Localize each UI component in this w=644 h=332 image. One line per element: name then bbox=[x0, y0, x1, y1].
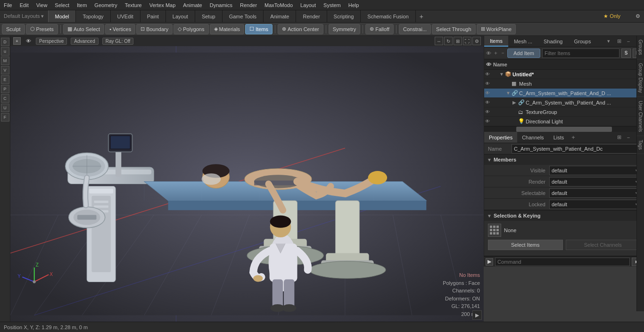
action-center-button[interactable]: ⊕ Action Center bbox=[278, 24, 323, 34]
item-eye-0[interactable]: 👁 bbox=[485, 72, 493, 77]
tab-star[interactable]: ★ Only bbox=[600, 12, 624, 21]
vtab-group-display[interactable]: Group Display bbox=[637, 59, 644, 97]
filter-items-input[interactable] bbox=[542, 49, 619, 58]
panel-tab-items[interactable]: Items bbox=[484, 36, 508, 47]
viewport-expand-button[interactable]: ▶ bbox=[472, 310, 482, 320]
select-through-button[interactable]: Select Through bbox=[432, 24, 475, 34]
vp-icon-zoom[interactable]: ⊞ bbox=[454, 37, 462, 45]
menu-file[interactable]: File bbox=[0, 1, 16, 9]
item-eye-5[interactable]: 👁 bbox=[485, 119, 493, 124]
sel-keying-header[interactable]: ▼ Selection & Keying bbox=[484, 211, 644, 221]
menu-animate[interactable]: Animate bbox=[179, 1, 206, 9]
panel-remove-icon[interactable]: － bbox=[500, 49, 505, 57]
members-header[interactable]: ▼ Members bbox=[484, 154, 644, 165]
item-eye-1[interactable]: 👁 bbox=[485, 81, 493, 86]
panel-collapse-icon[interactable]: − bbox=[624, 37, 633, 46]
vertices-button[interactable]: • Vertices bbox=[105, 24, 135, 34]
visible-dropdown[interactable]: default ▾ bbox=[549, 166, 640, 175]
advanced-btn[interactable]: Advanced bbox=[71, 38, 98, 45]
viewport[interactable]: ≡ 👁 Perspective Advanced Ray GL: Off ↔ ↻… bbox=[10, 36, 484, 322]
scene-3d[interactable]: X Y Z No Items Polygons : Face Channels:… bbox=[10, 46, 484, 322]
tab-gear[interactable]: ⚙ bbox=[632, 12, 644, 21]
left-tool-2[interactable]: M bbox=[1, 57, 9, 65]
command-input[interactable] bbox=[495, 258, 630, 266]
tab-setup[interactable]: Setup bbox=[195, 10, 223, 22]
props-icon-expand[interactable]: ⊞ bbox=[615, 133, 623, 142]
left-tool-4[interactable]: E bbox=[1, 75, 9, 84]
viewport-eye-icon[interactable]: 👁 bbox=[25, 37, 32, 45]
layout-dropdown[interactable]: Default Layouts ▾ bbox=[0, 13, 48, 19]
panel-eye-icon[interactable]: 👁 bbox=[486, 50, 491, 56]
item-row-carm-2[interactable]: 👁 ▶ 🔗 C_Arm_System_with_Patient_And ... bbox=[484, 98, 644, 107]
menu-geometry[interactable]: Geometry bbox=[91, 1, 121, 9]
select-channels-button[interactable]: Select Channels bbox=[566, 240, 641, 250]
panel-tab-arrow[interactable]: ▾ bbox=[604, 38, 613, 44]
tab-schematic-fusion[interactable]: Schematic Fusion bbox=[361, 10, 415, 22]
locked-dropdown[interactable]: default ▾ bbox=[549, 200, 640, 209]
auto-select-button[interactable]: ▦ Auto Select bbox=[63, 24, 104, 34]
item-row-texturegroup[interactable]: 👁 🗂 TextureGroup bbox=[484, 107, 644, 117]
tabs-plus[interactable]: + bbox=[416, 11, 427, 22]
tab-uvedit[interactable]: UVEdit bbox=[111, 10, 140, 22]
left-tool-7[interactable]: U bbox=[1, 104, 9, 112]
item-row-mesh[interactable]: 👁 ▦ Mesh bbox=[484, 79, 644, 89]
falloff-button[interactable]: ⊛ Falloff bbox=[365, 24, 394, 34]
vtab-groups[interactable]: Groups bbox=[637, 36, 644, 59]
left-tool-6[interactable]: C bbox=[1, 94, 9, 103]
vp-icon-rotate[interactable]: ↻ bbox=[444, 37, 453, 45]
tab-model[interactable]: Model bbox=[49, 10, 76, 22]
menu-item[interactable]: Item bbox=[73, 1, 91, 9]
menu-layout[interactable]: Layout bbox=[297, 1, 320, 9]
items-button[interactable]: ☐ Items bbox=[245, 24, 272, 34]
item-scrollbar[interactable] bbox=[484, 126, 644, 132]
tab-layout[interactable]: Layout bbox=[166, 10, 195, 22]
tab-paint[interactable]: Paint bbox=[140, 10, 166, 22]
left-tool-0[interactable]: D bbox=[1, 38, 9, 46]
vtab-tags[interactable]: Tags bbox=[637, 136, 644, 154]
left-tool-3[interactable]: V bbox=[1, 66, 9, 74]
symmetry-button[interactable]: Symmetry bbox=[329, 24, 361, 34]
render-dropdown[interactable]: default ▾ bbox=[549, 177, 640, 186]
panel-tab-shading[interactable]: Shading bbox=[538, 36, 568, 47]
menu-select[interactable]: Select bbox=[51, 1, 73, 9]
vp-icon-settings[interactable]: ⚙ bbox=[472, 37, 481, 45]
panel-tab-mesh[interactable]: Mesh ... bbox=[508, 36, 538, 47]
item-row-carm-1[interactable]: 👁 ▼ 🔗 C_Arm_System_with_Patient_And_D ..… bbox=[484, 89, 644, 98]
item-eye-2[interactable]: 👁 bbox=[485, 90, 493, 96]
add-item-button[interactable]: Add Item bbox=[507, 49, 540, 58]
left-tool-8[interactable]: F bbox=[1, 113, 9, 121]
boundary-button[interactable]: ⊡ Boundary bbox=[136, 24, 173, 34]
constraints-button[interactable]: Constrai... bbox=[399, 24, 431, 34]
item-row-untitled[interactable]: 👁 ▼ 📦 Untitled* bbox=[484, 70, 644, 79]
vp-icon-move[interactable]: ↔ bbox=[435, 37, 443, 45]
menu-vertexmap[interactable]: Vertex Map bbox=[146, 1, 180, 9]
tab-render[interactable]: Render bbox=[296, 10, 327, 22]
menu-edit[interactable]: Edit bbox=[16, 1, 33, 9]
item-eye-3[interactable]: 👁 bbox=[485, 100, 493, 105]
selectable-dropdown[interactable]: default ▾ bbox=[549, 188, 640, 198]
ray-gl-btn[interactable]: Ray GL: Off bbox=[102, 38, 134, 45]
command-toggle[interactable]: ▶ bbox=[486, 258, 493, 266]
vp-icon-fit[interactable]: ⛶ bbox=[463, 37, 471, 45]
perspective-btn[interactable]: Perspective bbox=[36, 38, 67, 45]
panel-expand-icon[interactable]: ⊞ bbox=[615, 37, 623, 46]
menu-dynamics[interactable]: Dynamics bbox=[206, 1, 236, 9]
menu-texture[interactable]: Texture bbox=[121, 1, 146, 9]
menu-system[interactable]: System bbox=[320, 1, 345, 9]
menu-view[interactable]: View bbox=[33, 1, 51, 9]
props-name-input[interactable] bbox=[512, 144, 640, 154]
panel-add-icon[interactable]: ＋ bbox=[493, 49, 498, 57]
menu-maxtomodo[interactable]: MaxToModo bbox=[261, 1, 297, 9]
materials-button[interactable]: ◈ Materials bbox=[210, 24, 245, 34]
tab-animate[interactable]: Animate bbox=[264, 10, 296, 22]
menu-render[interactable]: Render bbox=[236, 1, 261, 9]
props-plus-btn[interactable]: + bbox=[569, 133, 578, 142]
left-tool-1[interactable]: u bbox=[1, 47, 9, 56]
panel-tab-groups[interactable]: Groups bbox=[568, 36, 596, 47]
item-arrow-0[interactable]: ▼ bbox=[499, 72, 505, 77]
tab-gametools[interactable]: Game Tools bbox=[223, 10, 264, 22]
item-arrow-2[interactable]: ▼ bbox=[506, 90, 512, 96]
props-tab-properties[interactable]: Properties bbox=[484, 132, 517, 143]
workplane-button[interactable]: ⊞ WorkPlane bbox=[477, 24, 516, 34]
left-tool-5[interactable]: P bbox=[1, 85, 9, 93]
